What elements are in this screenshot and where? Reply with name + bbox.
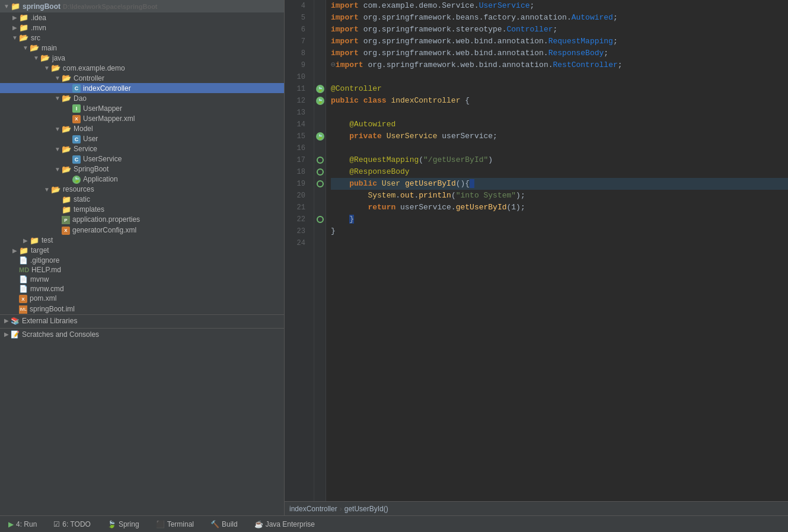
sidebar-item-application[interactable]: ▶ 🍃 Application (0, 174, 284, 184)
mvn-label: .mvn (31, 24, 46, 32)
ln-19: 19 (285, 178, 309, 190)
sidebar-item-mvn[interactable]: ▶ 📁 .mvn (0, 23, 284, 33)
idea-arrow: ▶ (11, 14, 19, 21)
sidebar-item-help-md[interactable]: ▶ MD HELP.md (0, 265, 284, 275)
sidebar-item-static[interactable]: ▶ 📁 static (0, 195, 284, 205)
bean-icon-11[interactable]: 🍃 (316, 85, 324, 93)
bp-18[interactable] (317, 168, 324, 176)
ln-21: 21 (285, 202, 309, 214)
bottom-terminal[interactable]: ⬛ Terminal (152, 519, 197, 530)
sidebar-item-springboot-folder[interactable]: ▼ 📂 SpringBoot (0, 164, 284, 174)
sidebar-item-external-libraries[interactable]: ▶ 📚 External Libraries (0, 316, 284, 326)
bottom-java-enterprise[interactable]: ☕ Java Enterprise (251, 519, 318, 530)
svc-folder-arrow: ▼ (53, 146, 62, 152)
bp-19[interactable] (317, 180, 324, 187)
bottom-build[interactable]: 🔨 Build (207, 519, 241, 530)
spring-label: Spring (119, 520, 139, 528)
project-root[interactable]: ▼ 📁 springBoot D:\Idea\workSpace\springB… (0, 0, 284, 12)
gc-18 (314, 166, 326, 178)
el-icon: 📚 (11, 317, 20, 325)
bean-icon-12[interactable]: 🍃 (316, 97, 324, 105)
prop-icon: P (62, 215, 70, 225)
sidebar-item-main[interactable]: ▼ 📂 main (0, 43, 284, 53)
ln-4: 4 (285, 0, 309, 12)
svc-folder-icon: 📂 (62, 145, 71, 154)
sidebar-item-user-mapper-xml[interactable]: ▶ X UserMapper.xml (0, 113, 284, 124)
file-tree[interactable]: ▼ 📁 springBoot D:\Idea\workSpace\springB… (0, 0, 285, 515)
ln-24: 24 (285, 237, 309, 249)
gc-24 (314, 237, 326, 249)
sidebar-item-templates[interactable]: ▶ 📁 templates (0, 205, 284, 215)
gc-12: 🍃 (314, 95, 326, 107)
ln-12: 12 (285, 95, 309, 107)
breadcrumb: indexController › getUserById() (285, 501, 788, 515)
code-line-23: } (331, 225, 788, 237)
sidebar-item-src[interactable]: ▼ 📂 src (0, 33, 284, 43)
sidebar-item-scratches[interactable]: ▶ 📝 Scratches and Consoles (0, 330, 284, 339)
sidebar-item-pom-xml[interactable]: ▶ X pom.xml (0, 294, 284, 304)
properties-icon: P (62, 216, 70, 224)
code-line-21: return userService.getUserById(1); (331, 202, 788, 214)
code-line-6: import org.springframework.stereotype.Co… (331, 24, 788, 36)
sidebar-item-model-folder[interactable]: ▼ 📂 Model (0, 124, 284, 134)
sidebar-item-app-properties[interactable]: ▶ P application.properties (0, 215, 284, 225)
sidebar-item-test[interactable]: ▶ 📁 test (0, 235, 284, 246)
bottom-spring[interactable]: 🍃 Spring (104, 519, 143, 530)
code-line-18: @ResponseBody (331, 166, 788, 178)
sidebar-item-user[interactable]: ▶ C User (0, 134, 284, 144)
java-arrow: ▼ (32, 55, 40, 61)
code-line-12: public class indexController { (331, 95, 788, 107)
gc-23 (314, 225, 326, 237)
sidebar-item-package[interactable]: ▼ 📂 com.example.demo (0, 63, 284, 73)
static-label: static (74, 195, 90, 203)
user-label: User (83, 135, 98, 143)
sidebar-item-dao-folder[interactable]: ▼ 📂 Dao (0, 93, 284, 103)
bp-22[interactable] (317, 216, 324, 223)
sidebar-item-service-folder[interactable]: ▼ 📂 Service (0, 144, 284, 154)
sidebar-item-java[interactable]: ▼ 📂 java (0, 53, 284, 63)
bottom-run[interactable]: ▶ 4: Run (5, 519, 40, 530)
bean-icon-15[interactable]: 🍃 (316, 132, 324, 141)
ln-8: 8 (285, 47, 309, 59)
pkg-label: com.example.demo (63, 64, 125, 72)
src-folder-icon: 📂 (19, 33, 28, 42)
code-content[interactable]: import com.example.demo.Service.UserServ… (326, 0, 788, 501)
sidebar-item-mvnw-cmd[interactable]: ▶ 📄 mvnw.cmd (0, 284, 284, 294)
gc-21 (314, 202, 326, 214)
ctrl-folder-icon: 📂 (62, 74, 71, 82)
sidebar-item-user-mapper[interactable]: ▶ I UserMapper (0, 103, 284, 113)
main-folder-icon: 📂 (30, 43, 39, 52)
scratches-label: Scratches and Consoles (22, 330, 99, 339)
gitignore-label: .gitignore (30, 256, 59, 265)
sidebar-item-controller-folder[interactable]: ▼ 📂 Controller (0, 73, 284, 83)
ln-9: 9 (285, 59, 309, 71)
si-icon: IML (19, 304, 27, 314)
model-arrow: ▼ (53, 126, 62, 132)
bp-17[interactable] (317, 157, 324, 164)
res-arrow: ▼ (43, 186, 51, 193)
terminal-label: Terminal (167, 520, 194, 528)
sidebar-item-springboot-iml[interactable]: ▶ IML springBoot.iml (0, 304, 284, 314)
sidebar-item-resources[interactable]: ▼ 📂 resources (0, 184, 284, 195)
sidebar-item-user-service[interactable]: ▶ C UserService (0, 154, 284, 164)
gc-20 (314, 190, 326, 202)
breadcrumb-file[interactable]: indexController (289, 505, 337, 513)
line-numbers: 4 5 6 7 8 9 10 11 12 13 14 15 16 17 18 1… (285, 0, 314, 501)
breadcrumb-method[interactable]: getUserById() (344, 505, 388, 513)
sidebar-item-target[interactable]: ▶ 📁 target (0, 246, 284, 256)
pkg-folder-icon: 📂 (51, 63, 60, 72)
java-class-icon-user: C (72, 135, 81, 144)
sidebar-item-index-controller[interactable]: ▶ C indexController (0, 83, 284, 93)
sidebar-item-idea[interactable]: ▶ 📁 .idea (0, 12, 284, 23)
sidebar-item-generator-config[interactable]: ▶ X generatorConfig.xml (0, 225, 284, 235)
bottom-bar: ▶ 4: Run ☑ 6: TODO 🍃 Spring ⬛ Terminal 🔨… (0, 515, 788, 532)
terminal-icon: ⬛ (156, 520, 165, 528)
code-line-11: @Controller (331, 83, 788, 95)
mw-icon: 📄 (19, 275, 28, 283)
ln-11: 11 (285, 83, 309, 95)
sidebar-item-gitignore[interactable]: ▶ 📄 .gitignore (0, 256, 284, 265)
bottom-todo[interactable]: ☑ 6: TODO (50, 519, 94, 530)
gc-13 (314, 107, 326, 119)
dao-folder-icon: 📂 (62, 94, 71, 103)
sidebar-item-mvnw[interactable]: ▶ 📄 mvnw (0, 275, 284, 284)
